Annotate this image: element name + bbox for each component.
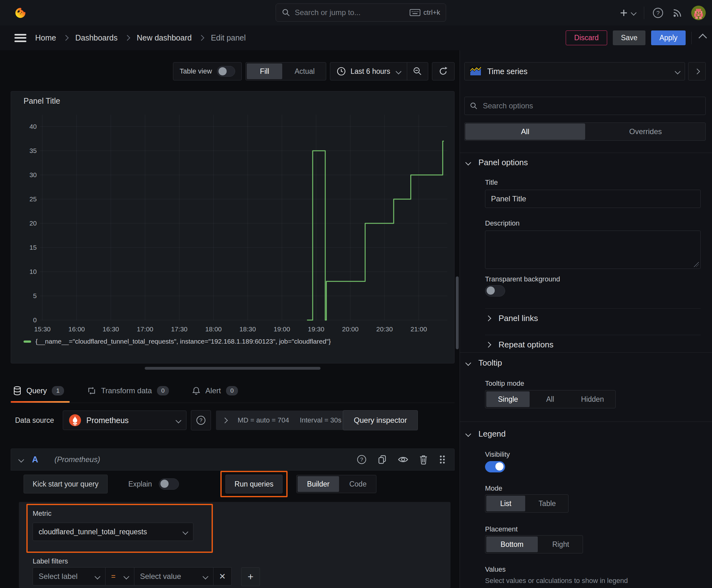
legend-visibility-toggle[interactable]: [485, 461, 505, 472]
select-label-dropdown[interactable]: Select label: [33, 567, 106, 586]
query-inspector-button[interactable]: Query inspector: [343, 410, 418, 430]
tooltip-section-header[interactable]: Tooltip: [466, 358, 502, 368]
run-queries-button[interactable]: Run queries: [225, 475, 283, 493]
kick-start-query-button[interactable]: Kick start your query: [24, 475, 108, 493]
description-textarea[interactable]: [485, 231, 701, 269]
table-view-label: Table view: [179, 67, 212, 76]
discard-button[interactable]: Discard: [566, 30, 607, 45]
max-data-points-stat: MD = auto = 704: [238, 416, 289, 424]
pane-resize-handle[interactable]: [145, 367, 321, 370]
add-new-button[interactable]: [619, 8, 636, 18]
legend-section-header[interactable]: Legend: [466, 429, 506, 439]
explain-control: Explain: [128, 478, 179, 490]
chevron-down-icon: [175, 417, 181, 423]
panel-edit-toolbar: Table view Fill Actual Last 6 hours: [11, 62, 455, 80]
options-search-input[interactable]: Search options: [464, 97, 706, 115]
delete-query-trash-icon[interactable]: [419, 455, 428, 465]
collapse-query-icon[interactable]: [18, 457, 24, 462]
chevron-right-icon[interactable]: [222, 417, 228, 423]
query-help-icon[interactable]: ?: [356, 454, 367, 465]
chevron-down-icon: [465, 160, 471, 165]
query-datasource-hint: (Prometheus): [55, 455, 348, 464]
collapse-options-button[interactable]: [698, 34, 707, 42]
resize-corner-icon[interactable]: [694, 262, 699, 267]
remove-filter-button[interactable]: ✕: [214, 567, 232, 586]
svg-text:35: 35: [29, 147, 37, 154]
user-avatar[interactable]: [691, 6, 706, 20]
viz-suggestions-button[interactable]: [688, 62, 706, 80]
operator-dropdown[interactable]: =: [106, 567, 134, 586]
scrollbar-thumb[interactable]: [456, 276, 459, 349]
news-signal-button[interactable]: [672, 7, 683, 19]
breadcrumb-home[interactable]: Home: [35, 33, 56, 42]
chevron-right-icon: [694, 68, 700, 74]
search-icon: [470, 102, 478, 110]
zoom-out-button[interactable]: [407, 63, 428, 80]
breadcrumb-dashboards[interactable]: Dashboards: [75, 33, 118, 42]
breadcrumb-bar: Home Dashboards New dashboard Edit panel…: [0, 25, 712, 50]
datasource-picker[interactable]: Prometheus: [63, 411, 187, 430]
tab-query[interactable]: Query 1: [13, 378, 64, 403]
panel-options-sidebar: Time series Search options All Overrides…: [459, 50, 712, 588]
datasource-help-button[interactable]: ?: [191, 410, 211, 430]
svg-text:?: ?: [199, 417, 202, 423]
transform-icon: [87, 386, 96, 395]
legend-list-option[interactable]: List: [486, 496, 525, 511]
svg-text:17:00: 17:00: [137, 326, 153, 333]
tab-overrides[interactable]: Overrides: [586, 123, 706, 141]
tooltip-mode-segmented: Single All Hidden: [485, 390, 616, 408]
tooltip-single-option[interactable]: Single: [486, 391, 530, 407]
series-label[interactable]: {__name__="cloudflared_tunnel_total_requ…: [36, 338, 331, 345]
help-button[interactable]: ?: [652, 7, 664, 19]
add-filter-button[interactable]: +: [241, 567, 260, 586]
disable-query-eye-icon[interactable]: [398, 455, 408, 464]
breadcrumb-new-dashboard[interactable]: New dashboard: [137, 33, 192, 42]
actual-option[interactable]: Actual: [283, 63, 326, 80]
help-circle-icon: ?: [652, 7, 664, 19]
query-row-header[interactable]: A (Prometheus) ?: [11, 448, 455, 470]
builder-option[interactable]: Builder: [298, 476, 339, 492]
select-value-dropdown[interactable]: Select value: [134, 567, 214, 586]
tab-transform-data[interactable]: Transform data 0: [87, 378, 169, 403]
tab-all[interactable]: All: [465, 123, 585, 140]
placement-right-option[interactable]: Right: [539, 536, 583, 553]
tooltip-hidden-option[interactable]: Hidden: [570, 391, 616, 408]
chevron-down-icon: [465, 360, 471, 365]
panel-links-section-header[interactable]: Panel links: [486, 313, 538, 323]
fill-option[interactable]: Fill: [247, 63, 282, 79]
zoom-out-icon: [412, 66, 423, 76]
code-option[interactable]: Code: [340, 475, 376, 493]
prometheus-icon: [69, 414, 81, 426]
all-overrides-tabs: All Overrides: [464, 123, 706, 141]
duplicate-query-icon[interactable]: [377, 455, 387, 465]
search-placeholder: Search or jump to...: [295, 8, 405, 17]
svg-text:30: 30: [29, 171, 37, 178]
timeseries-chart[interactable]: 051015202530354015:3016:0016:3017:0017:3…: [17, 109, 449, 334]
svg-text:20: 20: [29, 219, 37, 227]
svg-text:17:30: 17:30: [171, 326, 188, 333]
drag-handle-grip-icon[interactable]: [438, 455, 446, 465]
save-button[interactable]: Save: [613, 30, 645, 45]
grafana-logo-icon[interactable]: [12, 5, 28, 21]
explain-toggle[interactable]: [159, 478, 179, 490]
tab-alert[interactable]: Alert 0: [192, 378, 238, 403]
transparent-background-toggle[interactable]: [485, 285, 505, 296]
refresh-button[interactable]: [432, 62, 455, 80]
keyboard-icon: [410, 9, 420, 16]
time-range-picker[interactable]: Last 6 hours: [330, 67, 407, 76]
menu-toggle-button[interactable]: [15, 34, 26, 42]
panel-options-section-header[interactable]: Panel options: [466, 158, 528, 167]
visualization-picker[interactable]: Time series: [464, 62, 685, 80]
table-view-toggle[interactable]: [217, 66, 235, 77]
legend-table-option[interactable]: Table: [526, 495, 568, 512]
chevron-right-icon: [486, 342, 491, 348]
panel-title-input[interactable]: Panel Title: [485, 190, 701, 208]
legend-placement-label: Placement: [485, 525, 518, 533]
global-search-input[interactable]: Search or jump to... ctrl+k: [276, 3, 446, 22]
placement-bottom-option[interactable]: Bottom: [486, 537, 538, 552]
repeat-options-section-header[interactable]: Repeat options: [486, 340, 554, 350]
tooltip-all-option[interactable]: All: [531, 391, 569, 408]
metric-select[interactable]: cloudflared_tunnel_total_requests: [33, 523, 193, 541]
database-icon: [13, 386, 21, 396]
apply-button[interactable]: Apply: [651, 30, 686, 45]
